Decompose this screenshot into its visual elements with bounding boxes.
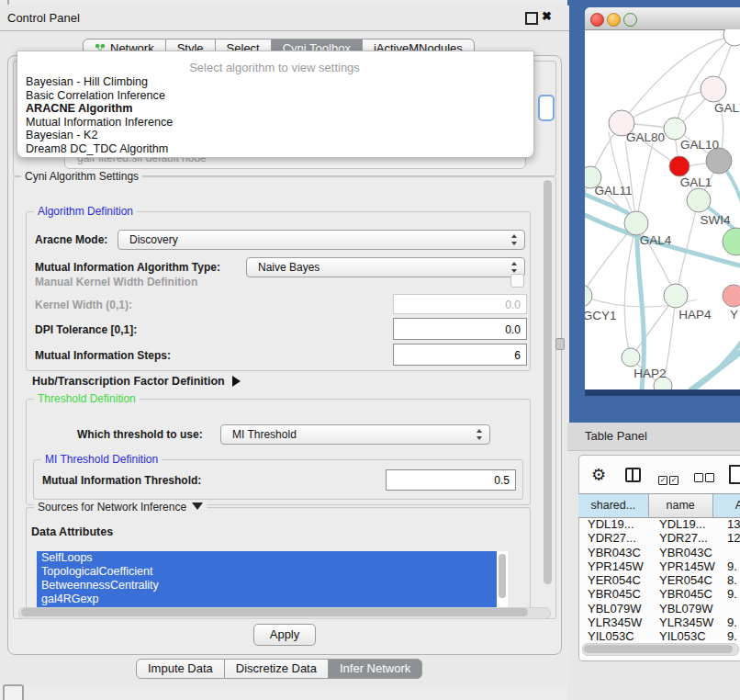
network-node[interactable] [622, 348, 640, 367]
network-node[interactable] [687, 188, 711, 212]
close-icon[interactable]: ✖ [542, 9, 552, 23]
table-row[interactable]: YDR27...YDR27...12 [578, 531, 740, 545]
column-header-name[interactable]: name [649, 494, 713, 517]
algorithm-option[interactable]: Bayesian - K2 [17, 129, 533, 142]
which-threshold-label: Which threshold to use: [77, 428, 203, 441]
mi-type-combobox[interactable]: Naive Bayes [246, 257, 525, 277]
algorithm-combobox-fragment[interactable] [538, 95, 555, 121]
cyni-algorithm-settings-title: Cyni Algorithm Settings [21, 170, 142, 183]
bottom-left-panel-icon[interactable] [3, 684, 24, 700]
tab-discretize-data[interactable]: Discretize Data [225, 659, 329, 679]
network-node[interactable] [706, 148, 732, 174]
algorithm-option[interactable]: Bayesian - Hill Climbing [17, 75, 533, 89]
algorithm-option[interactable]: Basic Correlation Inference [17, 89, 533, 103]
network-node[interactable] [723, 285, 740, 307]
data-attribute-item[interactable]: gal4RGexp [37, 593, 497, 606]
node-label: GAL80 [626, 130, 665, 144]
table-cell [717, 546, 740, 559]
table-cell: YBL079W [651, 602, 717, 615]
select-all-checkboxes-icon[interactable]: ✓✓ [658, 469, 680, 486]
kernel-width-field[interactable]: 0.0 [393, 294, 527, 314]
table-row[interactable]: YDL19...YDL19...13 [578, 517, 740, 531]
network-edge[interactable] [624, 223, 636, 357]
data-attributes-list: SelfLoopsTopologicalCoefficientBetweenne… [37, 551, 497, 607]
table-cell: 12 [717, 531, 740, 545]
table-cell: 9. [717, 629, 740, 643]
network-node[interactable] [664, 118, 686, 140]
table-row[interactable]: YER054CYER054C8. [578, 573, 740, 587]
algorithm-definition-title: Algorithm Definition [34, 205, 137, 218]
table-cell: YLR345W [651, 615, 717, 629]
hub-definition-toggle[interactable]: Hub/Transcription Factor Definition [32, 375, 241, 388]
table-body: YDL19...YDL19...13YDR27...YDR27...12YBR0… [578, 517, 740, 643]
table-row[interactable]: YBL079WYBL079W [578, 602, 740, 615]
dpi-tolerance-field[interactable]: 0.0 [393, 318, 527, 340]
deselect-checkboxes-icon[interactable] [694, 469, 716, 486]
data-attribute-item[interactable]: BetweennessCentrality [37, 579, 497, 593]
network-node[interactable] [664, 284, 688, 308]
table-row[interactable]: YBR045CYBR045C9. [578, 587, 740, 601]
zoom-traffic-light-icon[interactable] [623, 13, 637, 27]
table-cell: YBR045C [651, 587, 717, 601]
network-node[interactable] [624, 211, 648, 235]
float-window-icon[interactable] [525, 12, 538, 25]
expanded-arrow-icon [192, 502, 203, 510]
table-cell: YIL053C [578, 629, 651, 643]
apply-button[interactable]: Apply [253, 624, 316, 646]
settings-vertical-scrollbar[interactable] [544, 180, 552, 584]
table-row[interactable]: YIL053CYIL053C9. [578, 629, 740, 643]
mi-threshold-group-title: MI Threshold Definition [41, 453, 162, 466]
table-cell: 9. [717, 559, 740, 573]
control-panel-title: Control Panel [7, 11, 80, 25]
panel-divider-grip[interactable] [555, 338, 565, 350]
attributes-scrollbar[interactable] [499, 554, 506, 598]
network-edge-highlighted[interactable] [690, 338, 740, 390]
close-traffic-light-icon[interactable] [590, 13, 604, 27]
table-row[interactable]: YBR043CYBR043C [578, 546, 740, 559]
node-label: GAL4 [640, 233, 672, 247]
network-node[interactable] [723, 228, 740, 255]
algorithm-option[interactable]: Dream8 DC_TDC Algorithm [17, 142, 533, 156]
node-label: GAL7 [714, 101, 740, 115]
which-threshold-combobox[interactable]: MI Threshold [220, 424, 490, 445]
node-label: HAP2 [633, 367, 666, 380]
data-attribute-item[interactable]: TopologicalCoefficient [37, 565, 497, 579]
bottom-tabbar: Impute Data Discretize Data Infer Networ… [136, 659, 422, 679]
table-cell: 13 [717, 517, 740, 531]
table-hscrollbar[interactable] [584, 645, 733, 653]
minimize-traffic-light-icon[interactable] [607, 13, 621, 27]
tab-impute-data[interactable]: Impute Data [136, 659, 225, 679]
gear-icon[interactable]: ⚙ [591, 465, 606, 485]
column-header-shared-name[interactable]: shared... [578, 494, 649, 517]
table-row[interactable]: YLR345WYLR345W9. [578, 615, 740, 629]
aracne-mode-label: Aracne Mode: [35, 233, 107, 246]
network-node[interactable] [723, 29, 740, 46]
tab-infer-network[interactable]: Infer Network [329, 659, 422, 679]
mi-steps-field[interactable]: 6 [393, 344, 527, 366]
manual-kernel-checkbox[interactable] [510, 274, 524, 288]
which-threshold-value: MI Threshold [232, 428, 297, 441]
node-label: GAL11 [594, 184, 632, 198]
network-edge-highlighted[interactable] [691, 349, 740, 390]
table-cell: 9. [717, 587, 740, 601]
table-panel-title: Table Panel [585, 429, 647, 443]
sources-group-title[interactable]: Sources for Network Inference [34, 501, 207, 514]
aracne-mode-combobox[interactable]: Discovery [118, 230, 525, 250]
node-label: HAP4 [678, 308, 712, 322]
algorithm-option[interactable]: ARACNE Algorithm [17, 102, 533, 116]
algorithm-option[interactable]: Mutual Information Inference [17, 116, 533, 130]
network-canvas[interactable]: GAL7GAL80GAL10GAL1GAL11SWI4GAL4GCY1HAP4Y… [585, 29, 740, 390]
page-icon[interactable] [729, 465, 740, 484]
network-node[interactable] [669, 156, 690, 176]
column-header-third[interactable]: A [713, 494, 740, 517]
mi-threshold-field[interactable]: 0.5 [386, 469, 516, 491]
data-attribute-item[interactable]: SelfLoops [37, 551, 497, 565]
node-label: GCY1 [585, 309, 616, 322]
table-row[interactable]: YPR145WYPR145W9. [578, 559, 740, 573]
hub-definition-label: Hub/Transcription Factor Definition [32, 375, 225, 388]
split-columns-icon[interactable] [625, 468, 641, 482]
network-node[interactable] [585, 285, 592, 307]
table-cell: YBR043C [651, 546, 717, 559]
network-node[interactable] [701, 76, 726, 102]
settings-horizontal-scrollbar[interactable] [21, 608, 528, 616]
